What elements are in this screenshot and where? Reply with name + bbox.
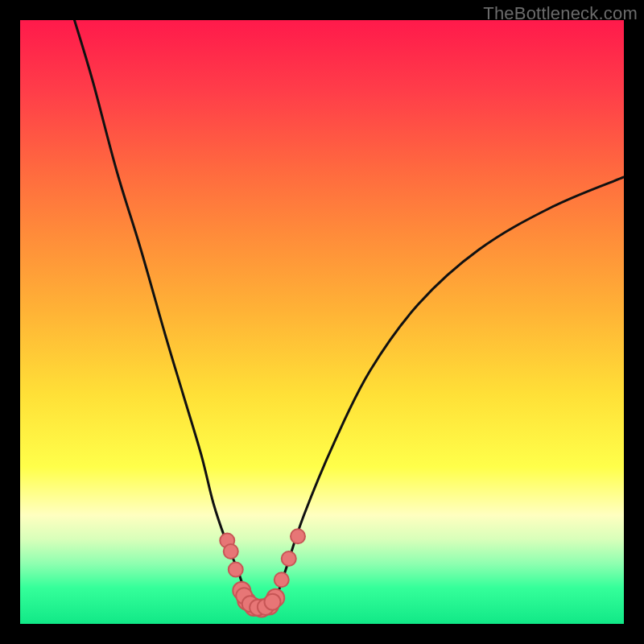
marker-right-side: [275, 572, 289, 587]
marker-right-side: [282, 551, 296, 566]
chart-plot-area: [20, 20, 624, 624]
curve-markers: [220, 529, 305, 617]
marker-right-side: [291, 529, 305, 543]
marker-left-side: [224, 544, 238, 559]
chart-svg: [20, 20, 624, 624]
curve-left-branch: [75, 20, 250, 606]
marker-left-side: [229, 563, 243, 577]
curve-right-branch: [274, 177, 624, 606]
marker-valley: [265, 594, 281, 610]
